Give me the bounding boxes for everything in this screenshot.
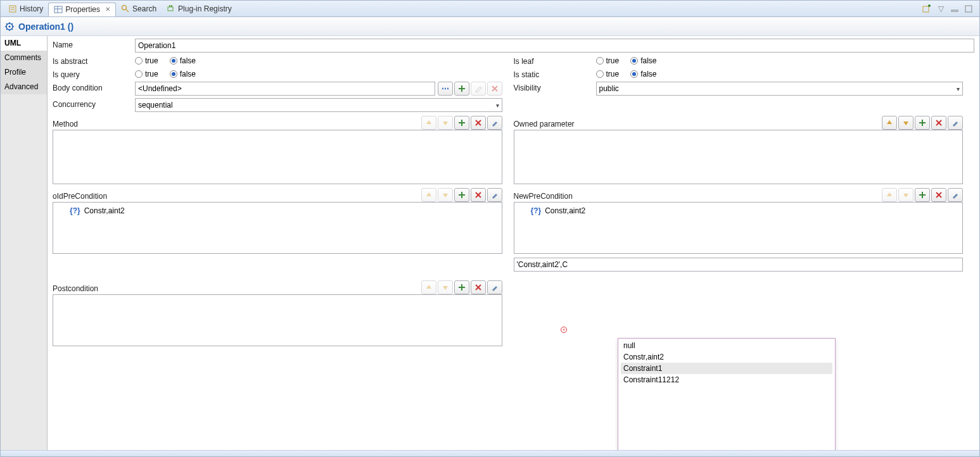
label-is-query: Is query [53,68,135,79]
add-button[interactable] [915,116,930,130]
owned-parameter-list[interactable] [514,130,964,184]
label-is-static: Is static [514,68,596,79]
edit-button[interactable] [487,188,502,202]
is-static-true[interactable]: true [596,70,620,78]
visibility-select[interactable]: public ▾ [596,82,964,96]
label-concurrency: Concurrency [53,98,135,112]
is-query-true[interactable]: true [135,70,158,78]
constraint-icon: {?} [70,206,80,215]
error-icon: × [561,327,567,333]
constraint-icon: {?} [531,206,542,215]
sidebar-item-advanced[interactable]: Advanced [1,80,47,94]
svg-line-24 [6,28,8,30]
is-leaf-radio: true false [596,55,964,66]
new-precondition-input[interactable] [514,258,964,272]
autocomplete-item[interactable]: Constraint1 [621,363,832,374]
is-leaf-false[interactable]: false [630,56,656,65]
is-query-radio: true false [135,68,502,79]
tab-search[interactable]: Search [116,3,162,15]
header-title: Operation1 () [18,22,73,32]
svg-rect-0 [10,6,16,12]
search-icon [121,4,130,13]
autocomplete-item[interactable]: Constraint11212 [621,374,832,385]
move-up-button[interactable] [882,116,897,130]
delete-button[interactable] [931,188,946,202]
list-item[interactable]: {?} Constr,aint2 [70,206,485,215]
svg-point-6 [122,5,127,9]
maximize-icon[interactable] [964,4,973,13]
close-icon[interactable]: ✕ [105,6,110,13]
sidebar-item-comments[interactable]: Comments [1,51,47,65]
add-button[interactable] [915,188,930,202]
properties-icon [54,5,63,14]
tab-history[interactable]: History [3,3,48,15]
autocomplete-item[interactable]: null [621,340,832,351]
svg-line-7 [126,9,129,12]
properties-header: Operation1 () [1,17,979,36]
svg-line-22 [6,23,8,25]
delete-button[interactable] [471,280,486,294]
label-postcondition: Postcondition [53,282,421,293]
delete-button[interactable] [931,116,946,130]
svg-rect-14 [951,10,958,11]
sidebar-item-uml[interactable]: UML [1,36,47,51]
old-precondition-list[interactable]: {?} Constr,aint2 [53,202,502,254]
move-up-button [882,188,897,202]
history-icon [8,4,17,13]
postcondition-list[interactable] [53,294,502,346]
list-item-label: Constr,aint2 [84,206,125,215]
edit-button[interactable] [948,116,963,130]
label-new-precondition: NewPreCondition [514,190,882,201]
add-button[interactable] [454,188,469,202]
label-is-leaf: Is leaf [514,55,596,66]
add-button[interactable] [454,280,469,294]
operation-gear-icon [4,22,15,32]
list-item[interactable]: {?} Constr,aint2 [531,206,946,215]
edit-button[interactable] [487,280,502,294]
move-up-button [421,116,436,130]
minimize-icon[interactable] [950,4,959,13]
add-button[interactable] [454,82,469,96]
sidebar-item-profile[interactable]: Profile [1,65,47,80]
delete-button[interactable] [471,116,486,130]
add-button[interactable] [454,116,469,130]
chevron-down-icon: ▾ [496,102,499,109]
move-down-button[interactable] [898,116,913,130]
delete-button[interactable] [471,188,486,202]
body-condition-input[interactable] [135,82,435,96]
is-static-false[interactable]: false [630,70,656,78]
concurrency-select[interactable]: sequential ▾ [135,98,502,112]
status-band [1,450,979,456]
delete-button [487,82,502,96]
browse-button[interactable]: ⋯ [438,82,453,96]
is-abstract-false[interactable]: false [170,56,196,65]
svg-rect-8 [168,7,173,11]
is-static-radio: true false [596,68,964,79]
method-list[interactable] [53,130,502,184]
properties-content: Name Is abstract true false Is leaf true… [48,36,979,450]
new-precondition-list[interactable]: {?} Constr,aint2 [514,202,964,254]
name-input[interactable] [135,39,974,53]
label-visibility: Visibility [514,82,596,96]
svg-rect-3 [54,6,62,13]
edit-button[interactable] [487,116,502,130]
is-leaf-true[interactable]: true [596,56,620,65]
edit-button[interactable] [948,188,963,202]
autocomplete-popup: null Constr,aint2 Constraint1 Constraint… [618,338,836,450]
new-view-icon[interactable] [922,4,931,13]
view-menu-icon[interactable]: ▽ [936,4,945,13]
list-item-label: Constr,aint2 [545,206,585,215]
autocomplete-item[interactable]: Constr,aint2 [621,351,832,363]
properties-sidebar: UML Comments Profile Advanced [1,36,48,450]
is-query-false[interactable]: false [170,70,196,78]
is-abstract-true[interactable]: true [135,56,158,65]
move-down-button [438,116,453,130]
tab-properties-label: Properties [65,5,100,14]
svg-point-17 [9,25,11,27]
label-owned-parameter: Owned parameter [514,118,882,128]
svg-line-25 [12,23,13,25]
tab-plugin-registry[interactable]: Plug-in Registry [162,3,237,15]
move-up-button [421,188,436,202]
edit-button [471,82,486,96]
tab-properties[interactable]: Properties ✕ [48,3,116,16]
